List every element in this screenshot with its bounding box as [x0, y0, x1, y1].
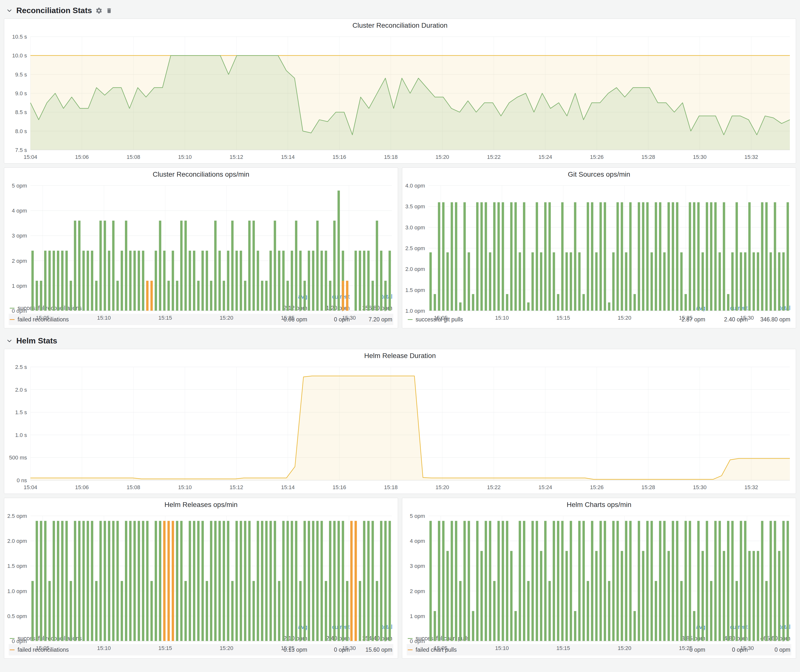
svg-text:15:10: 15:10 [495, 645, 509, 651]
svg-text:15:14: 15:14 [281, 154, 294, 160]
svg-text:0 ns: 0 ns [17, 477, 27, 483]
svg-text:15:30: 15:30 [740, 645, 754, 651]
section-header-reconciliation-stats[interactable]: Reconciliation Stats [4, 2, 796, 19]
panel-title[interactable]: Git Sources ops/min [402, 168, 796, 181]
svg-text:4 opm: 4 opm [410, 538, 425, 544]
svg-text:0.5 opm: 0.5 opm [7, 613, 27, 619]
svg-text:15:32: 15:32 [744, 484, 758, 490]
panel-title[interactable]: Helm Charts ops/min [402, 498, 796, 511]
svg-text:15:18: 15:18 [384, 484, 398, 490]
svg-text:2.5 opm: 2.5 opm [405, 245, 425, 251]
section-header-helm-stats[interactable]: Helm Stats [4, 332, 796, 349]
svg-text:15:25: 15:25 [281, 315, 294, 321]
svg-text:15:30: 15:30 [693, 484, 707, 490]
svg-text:3.0 opm: 3.0 opm [405, 224, 425, 230]
svg-text:1 opm: 1 opm [410, 613, 425, 619]
svg-text:15:25: 15:25 [679, 315, 693, 321]
chevron-down-icon[interactable] [6, 7, 13, 14]
svg-text:7.5 s: 7.5 s [15, 147, 27, 153]
svg-text:15:15: 15:15 [158, 315, 172, 321]
chevron-down-icon[interactable] [6, 338, 13, 344]
svg-text:15:05: 15:05 [36, 315, 50, 321]
svg-text:15:24: 15:24 [539, 484, 552, 490]
section-title: Helm Stats [16, 336, 57, 346]
svg-text:9.0 s: 9.0 s [15, 90, 27, 96]
svg-text:15:10: 15:10 [97, 315, 111, 321]
trash-icon[interactable] [106, 7, 112, 14]
svg-text:500 ms: 500 ms [9, 454, 27, 461]
svg-text:9.5 s: 9.5 s [15, 72, 27, 78]
svg-text:1.5 opm: 1.5 opm [405, 287, 425, 293]
svg-text:15:08: 15:08 [126, 484, 140, 490]
panel-cluster-reconciliations-opm: Cluster Reconciliations ops/min 5 opm4 o… [4, 168, 398, 328]
chart-git-sources-opm[interactable]: 4.0 opm3.5 opm3.0 opm2.5 opm2.0 opm1.5 o… [402, 181, 796, 301]
chart-helm-releases-opm[interactable]: 2.5 opm2.0 opm1.5 opm1.0 opm0.5 opm0 opm… [4, 511, 398, 620]
svg-text:15:15: 15:15 [158, 645, 172, 651]
chart-cluster-reconciliations-opm[interactable]: 5 opm4 opm3 opm2 opm1 opm0 opm15:0515:10… [4, 181, 398, 290]
svg-text:2.0 opm: 2.0 opm [7, 538, 27, 544]
svg-text:15:26: 15:26 [590, 154, 603, 160]
row-helm-rates: Helm Releases ops/min 2.5 opm2.0 opm1.5 … [4, 498, 796, 659]
svg-text:15:04: 15:04 [24, 154, 37, 160]
svg-text:15:30: 15:30 [342, 315, 356, 321]
row-reconciliation-rates: Cluster Reconciliations ops/min 5 opm4 o… [4, 168, 796, 328]
svg-text:15:32: 15:32 [744, 154, 758, 160]
chart-cluster-reconciliation-duration[interactable]: 10.5 s10.0 s9.5 s9.0 s8.5 s8.0 s7.5 s15:… [4, 32, 796, 163]
svg-text:15:25: 15:25 [281, 645, 294, 651]
svg-text:15:06: 15:06 [75, 484, 89, 490]
row-duration: Cluster Reconciliation Duration 10.5 s10… [4, 19, 796, 163]
panel-title[interactable]: Helm Releases ops/min [4, 498, 398, 511]
chart-helm-charts-opm[interactable]: 5 opm4 opm3 opm2 opm1 opm0 opm15:0515:10… [402, 511, 796, 620]
svg-text:15:22: 15:22 [487, 484, 501, 490]
svg-text:15:22: 15:22 [487, 154, 501, 160]
svg-text:15:16: 15:16 [333, 154, 346, 160]
svg-text:15:12: 15:12 [230, 154, 243, 160]
svg-text:15:14: 15:14 [281, 484, 294, 490]
svg-text:3.5 opm: 3.5 opm [405, 203, 425, 210]
svg-text:4.0 opm: 4.0 opm [405, 182, 425, 189]
svg-text:15:24: 15:24 [539, 154, 552, 160]
svg-text:10.5 s: 10.5 s [12, 34, 27, 40]
svg-text:3 opm: 3 opm [410, 563, 425, 569]
svg-text:15:28: 15:28 [642, 484, 655, 490]
panel-helm-releases-opm: Helm Releases ops/min 2.5 opm2.0 opm1.5 … [4, 498, 398, 659]
svg-text:15:05: 15:05 [434, 645, 448, 651]
svg-text:15:12: 15:12 [230, 484, 243, 490]
svg-text:0 opm: 0 opm [410, 638, 425, 644]
svg-text:15:26: 15:26 [590, 484, 603, 490]
panel-title[interactable]: Helm Release Duration [4, 349, 796, 362]
svg-text:15:30: 15:30 [342, 645, 356, 651]
panel-title[interactable]: Cluster Reconciliation Duration [4, 19, 796, 32]
svg-text:15:20: 15:20 [220, 315, 233, 321]
svg-text:1.5 opm: 1.5 opm [7, 563, 27, 569]
svg-text:4 opm: 4 opm [12, 208, 27, 214]
svg-text:15:20: 15:20 [436, 484, 449, 490]
svg-text:15:15: 15:15 [556, 645, 570, 651]
svg-text:1.0 opm: 1.0 opm [7, 588, 27, 594]
panel-title[interactable]: Cluster Reconciliations ops/min [4, 168, 398, 181]
svg-text:15:10: 15:10 [97, 645, 111, 651]
svg-text:15:20: 15:20 [436, 154, 449, 160]
svg-text:15:20: 15:20 [220, 645, 233, 651]
svg-text:15:18: 15:18 [384, 154, 398, 160]
svg-text:15:10: 15:10 [178, 154, 192, 160]
svg-text:15:15: 15:15 [556, 315, 570, 321]
dashboard: Reconciliation Stats Cluster Reconciliat… [0, 0, 800, 669]
svg-text:15:10: 15:10 [178, 484, 192, 490]
svg-text:1.0 opm: 1.0 opm [405, 308, 425, 314]
svg-text:2.5 opm: 2.5 opm [7, 513, 27, 519]
panel-cluster-reconciliation-duration: Cluster Reconciliation Duration 10.5 s10… [4, 19, 796, 163]
gear-icon[interactable] [96, 7, 102, 14]
svg-text:15:05: 15:05 [434, 315, 448, 321]
svg-text:15:08: 15:08 [126, 154, 140, 160]
section-title: Reconciliation Stats [16, 6, 92, 15]
panel-git-sources-opm: Git Sources ops/min 4.0 opm3.5 opm3.0 op… [402, 168, 796, 328]
svg-text:10.0 s: 10.0 s [12, 53, 27, 59]
svg-text:15:28: 15:28 [642, 154, 655, 160]
svg-text:15:10: 15:10 [495, 315, 509, 321]
row-helm-duration: Helm Release Duration 2.5 s2.0 s1.5 s1.0… [4, 349, 796, 494]
chart-helm-release-duration[interactable]: 2.5 s2.0 s1.5 s1.0 s500 ms0 ns15:0415:06… [4, 362, 796, 494]
svg-text:2 opm: 2 opm [12, 258, 27, 264]
svg-text:15:04: 15:04 [24, 484, 37, 490]
svg-text:15:06: 15:06 [75, 154, 89, 160]
